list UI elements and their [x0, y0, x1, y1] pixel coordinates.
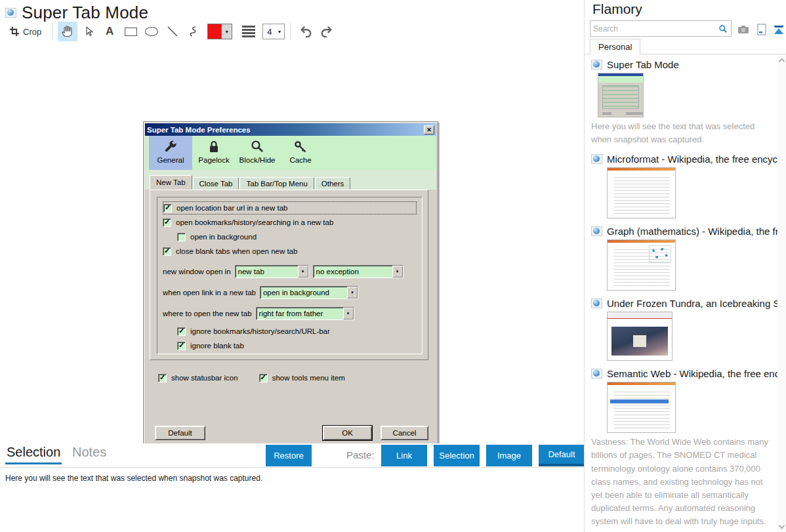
select-cursor-tool-button[interactable] — [79, 22, 98, 41]
checkbox-open-location[interactable]: ✓ open location bar url in a new tab — [163, 201, 417, 215]
checkbox-ignore-blank[interactable]: ✓ ignore blank tab — [177, 338, 417, 353]
flamory-logo-icon[interactable] — [772, 23, 785, 36]
freehand-tool-button[interactable] — [184, 22, 203, 41]
chevron-down-icon[interactable]: ▼ — [343, 308, 354, 319]
tab-others[interactable]: Others — [315, 177, 351, 190]
scroll-up-icon[interactable] — [779, 58, 785, 65]
section-pagelock[interactable]: Pagelock — [192, 136, 236, 170]
list-item[interactable]: Graph (mathematics) - Wikipedia, the fre… — [591, 224, 779, 291]
section-pagelock-label: Pagelock — [198, 156, 229, 164]
editor-toolbar: Crop A — [5, 21, 338, 42]
link-new-tab-dropdown[interactable]: open in background ▼ — [260, 286, 358, 299]
checkbox-box[interactable]: ✓ — [259, 374, 268, 382]
color-picker-dropdown[interactable]: ▼ — [207, 24, 232, 39]
dialog-section-bar: General Pagelock Block/Hide — [145, 136, 436, 170]
checkbox-label: ignore bookmarks/history/search/URL-bar — [190, 327, 330, 335]
ok-button[interactable]: OK — [323, 426, 372, 440]
key-icon — [293, 139, 308, 155]
checkbox-box[interactable]: ✓ — [163, 204, 172, 213]
chevron-down-icon[interactable]: ▼ — [298, 266, 308, 277]
search-input[interactable] — [593, 24, 718, 33]
redo-button[interactable] — [317, 22, 337, 41]
snapshot-list[interactable]: Super Tab Mode Here you will see the tex… — [585, 55, 779, 532]
checkbox-label: show tools menu item — [272, 374, 345, 382]
crop-button[interactable]: Crop — [5, 22, 45, 41]
scroll-down-icon[interactable] — [779, 523, 785, 529]
checkbox-open-background[interactable]: ✓ open in background — [177, 230, 417, 244]
chevron-down-icon: ▼ — [222, 24, 232, 39]
preferences-dialog: Super Tab Mode Preferences ✕ General — [143, 121, 438, 448]
snapshot-thumbnail[interactable] — [598, 73, 644, 117]
snapshot-thumbnail[interactable] — [607, 239, 676, 291]
section-blockhide[interactable]: Block/Hide — [236, 136, 279, 170]
default-button[interactable]: Default — [155, 426, 205, 440]
pen-size-dropdown[interactable]: 4 ▼ — [262, 24, 285, 39]
line-tool-button[interactable] — [163, 22, 182, 41]
redo-icon — [320, 25, 334, 38]
section-general[interactable]: General — [149, 136, 192, 170]
list-item[interactable]: Under Frozen Tundra, an Icebreaking Ship… — [591, 297, 779, 361]
dialog-close-button[interactable]: ✕ — [424, 125, 434, 134]
camera-icon[interactable] — [737, 23, 750, 36]
paste-link-button[interactable]: Link — [381, 445, 427, 466]
exception-dropdown[interactable]: no exception ▼ — [313, 265, 403, 278]
chevron-down-icon: ▼ — [274, 30, 284, 34]
paste-image-button[interactable]: Image — [486, 445, 532, 466]
checkbox-show-statusbar[interactable]: ✓ show statusbar icon — [158, 371, 238, 385]
chevron-down-icon[interactable]: ▼ — [392, 266, 403, 277]
pan-hand-tool-button[interactable] — [58, 22, 77, 41]
search-icon[interactable] — [718, 24, 728, 34]
restore-button[interactable]: Restore — [266, 445, 312, 466]
snapshot-thumbnail[interactable] — [607, 382, 676, 433]
note-document-icon[interactable] — [755, 23, 768, 36]
ellipse-tool-button[interactable] — [142, 22, 161, 41]
rectangle-tool-button[interactable] — [121, 22, 140, 41]
checkbox-show-tools[interactable]: ✓ show tools menu item — [259, 371, 345, 385]
search-box[interactable] — [590, 20, 732, 37]
tab-personal[interactable]: Personal — [590, 39, 640, 54]
new-window-open-in-dropdown[interactable]: new tab ▼ — [235, 265, 309, 278]
cancel-button[interactable]: Cancel — [381, 426, 428, 440]
checkbox-ignore-bookmarks[interactable]: ✓ ignore bookmarks/history/search/URL-ba… — [177, 324, 417, 338]
check-icon: ✓ — [178, 342, 184, 349]
checkbox-open-bookmarks[interactable]: ✓ open bookmarks/history/searching in a … — [163, 215, 417, 230]
undo-button[interactable] — [296, 22, 316, 41]
checkbox-box[interactable]: ✓ — [163, 247, 171, 256]
list-item[interactable]: Microformat - Wikipedia, the free encycl… — [591, 152, 779, 218]
check-icon: ✓ — [165, 204, 171, 211]
text-tool-button[interactable]: A — [100, 22, 119, 41]
checkbox-box[interactable]: ✓ — [158, 374, 167, 382]
list-item[interactable]: Super Tab Mode Here you will see the tex… — [591, 58, 779, 146]
snapshot-favicon-icon — [5, 8, 16, 18]
where-open-dropdown[interactable]: right far from father ▼ — [256, 307, 354, 320]
dialog-title: Super Tab Mode Preferences — [147, 126, 424, 134]
sidebar-scrollbar[interactable] — [777, 55, 786, 532]
tab-new-tab[interactable]: New Tab — [150, 175, 192, 190]
checkbox-box[interactable]: ✓ — [177, 342, 186, 350]
paste-selection-button[interactable]: Selection — [434, 445, 480, 466]
checkbox-close-blank[interactable]: ✓ close blank tabs when open new tab — [163, 244, 417, 258]
tab-close-tab[interactable]: Close Tab — [193, 177, 239, 190]
snapshot-canvas[interactable]: Super Tab Mode Preferences ✕ General — [0, 46, 584, 443]
checkbox-box[interactable]: ✓ — [177, 233, 186, 241]
tab-notes[interactable]: Notes — [71, 445, 108, 460]
paste-default-button[interactable]: Default — [539, 445, 585, 466]
snapshot-thumbnail[interactable] — [607, 167, 676, 218]
list-item[interactable]: Semantic Web - Wikipedia, the free encyc… — [591, 367, 779, 528]
checkbox-label: open location bar url in a new tab — [176, 204, 287, 212]
line-width-button[interactable] — [239, 22, 259, 41]
row-new-window-open-in: new window open in new tab ▼ no exceptio… — [163, 264, 417, 279]
snapshot-title: Super Tab Mode — [22, 3, 148, 23]
tab-selection[interactable]: Selection — [5, 445, 62, 464]
tab-tabbar-topmenu[interactable]: Tab Bar/Top Menu — [239, 177, 314, 190]
sidebar-tab-row: Personal — [585, 39, 786, 54]
checkbox-box[interactable]: ✓ — [177, 327, 186, 336]
section-general-label: General — [157, 156, 184, 164]
section-cache[interactable]: Cache — [279, 136, 322, 170]
snapshot-thumbnail[interactable] — [607, 312, 672, 361]
checkbox-box[interactable]: ✓ — [163, 218, 171, 227]
chevron-down-icon[interactable]: ▼ — [347, 287, 358, 298]
site-favicon-icon — [591, 226, 602, 236]
selection-snippet-text: Here you will see the text that was sele… — [5, 474, 262, 483]
dialog-titlebar[interactable]: Super Tab Mode Preferences ✕ — [145, 123, 436, 136]
